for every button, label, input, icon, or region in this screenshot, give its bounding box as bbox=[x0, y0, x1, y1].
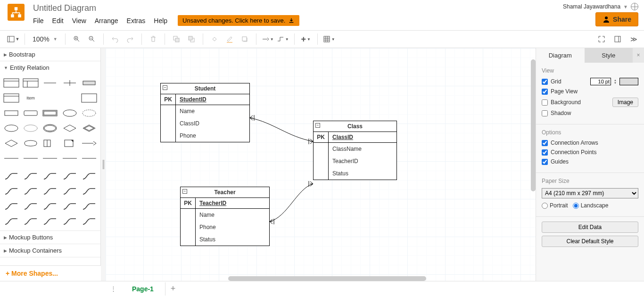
to-back-button[interactable] bbox=[185, 33, 198, 46]
grid-size-input[interactable] bbox=[590, 78, 611, 85]
shape-item[interactable] bbox=[42, 152, 58, 164]
shape-item[interactable] bbox=[81, 122, 98, 134]
shape-item[interactable] bbox=[3, 185, 19, 197]
shape-item[interactable] bbox=[61, 170, 78, 182]
entity-teacher[interactable]: −TeacherPKTeacherIDNamePhoneStatus bbox=[180, 187, 270, 246]
menu-view[interactable]: View bbox=[72, 17, 86, 25]
menu-extras[interactable]: Extras bbox=[127, 17, 146, 25]
shape-item[interactable] bbox=[81, 92, 98, 104]
zoom-in-button[interactable] bbox=[70, 33, 83, 46]
shape-item[interactable] bbox=[3, 77, 19, 89]
fullscreen-button[interactable] bbox=[595, 33, 608, 46]
menu-file[interactable]: File bbox=[33, 17, 44, 25]
shape-item[interactable] bbox=[42, 92, 58, 104]
line-color-button[interactable] bbox=[223, 33, 236, 46]
document-title[interactable]: Untitled Diagram bbox=[28, 1, 640, 14]
palette-section-mockup-buttons[interactable]: ▶Mockup Buttons bbox=[0, 231, 100, 244]
conn-points-checkbox[interactable] bbox=[542, 149, 548, 156]
globe-icon[interactable] bbox=[631, 3, 638, 10]
grid-color-swatch[interactable] bbox=[619, 78, 638, 85]
close-panel-button[interactable]: × bbox=[633, 48, 644, 63]
zoom-control[interactable]: 100%▼ bbox=[30, 35, 60, 43]
shape-item[interactable] bbox=[42, 170, 58, 182]
page-menu-button[interactable]: ⋮ bbox=[106, 285, 121, 292]
pageview-checkbox[interactable] bbox=[542, 89, 548, 95]
shape-item[interactable]: Item bbox=[22, 92, 39, 104]
conn-arrows-checkbox[interactable] bbox=[542, 140, 548, 146]
shape-item[interactable] bbox=[42, 200, 58, 213]
shape-item[interactable] bbox=[3, 170, 19, 182]
horizontal-scrollbar[interactable] bbox=[228, 276, 426, 281]
undo-button[interactable] bbox=[108, 33, 122, 46]
sidebar-toggle-button[interactable]: ▼ bbox=[7, 33, 20, 46]
shape-item[interactable] bbox=[61, 107, 78, 119]
shape-item[interactable] bbox=[3, 107, 19, 119]
shadow-checkbox[interactable] bbox=[542, 110, 548, 116]
add-page-button[interactable]: + bbox=[165, 284, 181, 294]
connection-style-button[interactable]: ▼ bbox=[261, 33, 274, 46]
shape-item[interactable] bbox=[61, 77, 78, 89]
clear-style-button[interactable]: Clear Default Style bbox=[542, 236, 638, 247]
to-front-button[interactable] bbox=[170, 33, 183, 46]
shape-item[interactable] bbox=[42, 77, 58, 89]
shape-item[interactable] bbox=[81, 200, 98, 213]
shape-item[interactable] bbox=[22, 215, 39, 228]
grid-checkbox[interactable] bbox=[542, 79, 548, 85]
shape-item[interactable] bbox=[61, 137, 78, 149]
entity-class[interactable]: −ClassPKClassIDClassNameTeacherIDStatus bbox=[313, 121, 397, 180]
save-banner[interactable]: Unsaved changes. Click here to save. bbox=[178, 15, 299, 26]
landscape-radio[interactable] bbox=[573, 203, 579, 209]
image-button[interactable]: Image bbox=[612, 98, 638, 107]
share-button[interactable]: Share bbox=[595, 12, 638, 26]
shape-item[interactable] bbox=[81, 215, 98, 228]
shape-item[interactable] bbox=[81, 137, 98, 149]
background-checkbox[interactable] bbox=[542, 99, 548, 106]
tab-diagram[interactable]: Diagram bbox=[536, 48, 585, 63]
palette-section-bootstrap[interactable]: ▶Bootstrap bbox=[0, 48, 100, 61]
shape-item[interactable] bbox=[3, 152, 19, 164]
palette-section-entity-relation[interactable]: ▼Entity Relation bbox=[0, 61, 100, 74]
portrait-radio[interactable] bbox=[542, 203, 548, 209]
shadow-button[interactable] bbox=[238, 33, 251, 46]
shape-item[interactable] bbox=[3, 200, 19, 213]
insert-button[interactable]: +▼ bbox=[299, 33, 313, 46]
tab-style[interactable]: Style bbox=[585, 48, 633, 63]
shape-item[interactable] bbox=[81, 185, 98, 197]
page-tab[interactable]: Page-1 bbox=[121, 282, 165, 296]
canvas[interactable]: −StudentPKStudentIDNameClassIDPhone−Clas… bbox=[106, 48, 536, 281]
more-shapes-button[interactable]: + More Shapes... bbox=[0, 265, 101, 281]
shape-item[interactable] bbox=[61, 215, 78, 228]
shape-item[interactable] bbox=[42, 137, 58, 149]
user-area[interactable]: Shamal Jayawardhana ▼ bbox=[563, 3, 638, 10]
shape-item[interactable] bbox=[3, 215, 19, 228]
edit-data-button[interactable]: Edit Data bbox=[542, 222, 638, 233]
paper-size-select[interactable]: A4 (210 mm x 297 mm) bbox=[542, 188, 638, 198]
menu-arrange[interactable]: Arrange bbox=[95, 17, 118, 25]
shape-item[interactable] bbox=[22, 185, 39, 197]
palette-section-mockup-containers[interactable]: ▶Mockup Containers bbox=[0, 244, 100, 257]
shape-item[interactable] bbox=[81, 77, 98, 89]
shape-item[interactable] bbox=[22, 170, 39, 182]
shape-item[interactable] bbox=[3, 122, 19, 134]
shape-item[interactable] bbox=[61, 200, 78, 213]
shape-item[interactable] bbox=[81, 107, 98, 119]
vertical-scrollbar[interactable] bbox=[531, 59, 536, 191]
guides-checkbox[interactable] bbox=[542, 159, 548, 165]
shape-item[interactable] bbox=[61, 185, 78, 197]
fill-color-button[interactable] bbox=[208, 33, 221, 46]
shape-item[interactable] bbox=[22, 122, 39, 134]
app-logo[interactable] bbox=[8, 4, 25, 21]
left-splitter[interactable] bbox=[101, 48, 106, 281]
entity-student[interactable]: −StudentPKStudentIDNameClassIDPhone bbox=[160, 83, 250, 142]
shape-item[interactable] bbox=[61, 92, 78, 104]
shape-item[interactable] bbox=[81, 152, 98, 164]
shape-item[interactable] bbox=[61, 152, 78, 164]
menu-edit[interactable]: Edit bbox=[52, 17, 64, 25]
shape-item[interactable] bbox=[81, 170, 98, 182]
zoom-out-button[interactable] bbox=[85, 33, 99, 46]
redo-button[interactable] bbox=[124, 33, 137, 46]
shape-item[interactable] bbox=[3, 92, 19, 104]
shape-item[interactable] bbox=[42, 122, 58, 134]
shape-item[interactable] bbox=[22, 107, 39, 119]
shape-item[interactable] bbox=[42, 185, 58, 197]
